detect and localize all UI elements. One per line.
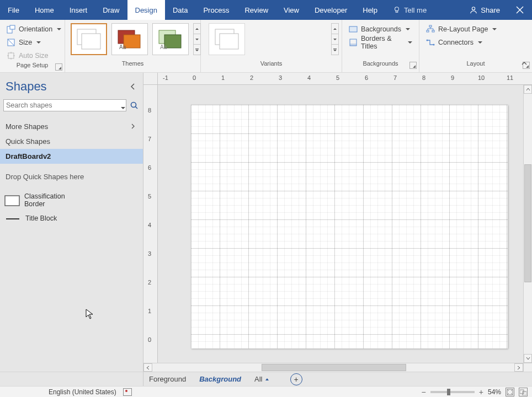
stencil-label: DraftBoardv2 [6,152,51,160]
shape-title-block[interactable]: Title Block [4,213,68,225]
search-dropdown-icon[interactable] [120,101,125,111]
connectors-button[interactable]: Connectors [425,36,498,49]
more-shapes-item[interactable]: More Shapes [0,119,143,134]
caret-down-icon [57,28,61,30]
gallery-expand[interactable] [332,45,338,55]
gallery-scroll-up[interactable] [332,24,338,34]
pagetab-background[interactable]: Background [199,375,241,383]
macro-recording-icon[interactable] [123,388,132,396]
tab-design[interactable]: Design [127,0,165,20]
gallery-expand[interactable] [194,45,200,55]
relayout-icon [426,25,435,34]
theme-thumbnail-2[interactable]: Aa [111,23,148,55]
tab-process[interactable]: Process [195,0,237,20]
shape-classification-border[interactable]: Classification Border [4,193,68,208]
file-tab[interactable]: File [0,0,27,20]
more-shapes-label: More Shapes [6,122,48,131]
svg-rect-12 [124,35,140,48]
collapse-ribbon-icon[interactable] [521,59,528,69]
svg-text:Aa: Aa [119,44,126,50]
vscroll-thumb[interactable] [524,164,531,282]
tab-review[interactable]: Review [237,0,276,20]
zoom-value[interactable]: 54% [488,388,501,396]
lightbulb-icon [393,6,401,14]
autosize-icon [7,51,15,60]
svg-rect-24 [432,30,434,32]
drop-quick-shapes-hint: Drop Quick Shapes here [0,164,143,190]
borders-titles-button[interactable]: Borders & Titles [348,36,413,49]
vscroll-down[interactable] [524,354,532,363]
horizontal-ruler[interactable]: -1 0 1 2 3 4 5 6 7 8 9 10 11 [158,73,532,85]
dialog-launcher-icon[interactable] [55,63,62,71]
borders-titles-icon [349,38,358,47]
svg-point-2 [472,7,475,10]
backgrounds-button[interactable]: Backgrounds [348,23,413,35]
group-label-themes: Themes [122,60,144,67]
size-icon [7,38,15,47]
gallery-scroll-down[interactable] [194,34,200,45]
autosize-button[interactable]: Auto Size [6,50,62,62]
tellme[interactable]: Tell me [385,0,434,20]
pagetab-foreground[interactable]: Foreground [149,375,186,383]
relayout-label: Re-Layout Page [438,25,488,33]
zoom-in-icon[interactable]: + [479,388,483,396]
orientation-label: Orientation [19,25,52,33]
variant-thumbnail-1[interactable] [209,23,245,55]
svg-point-0 [395,7,399,11]
quick-shapes-item[interactable]: Quick Shapes [0,134,143,149]
tab-data[interactable]: Data [165,0,195,20]
collapse-pane-icon[interactable] [129,82,137,91]
share-button[interactable]: Share [462,0,508,20]
fit-to-window-icon[interactable] [506,388,514,396]
vertical-ruler[interactable]: 8 7 6 5 4 3 2 1 0 [143,85,158,372]
hscroll-left[interactable] [143,363,152,372]
svg-line-28 [136,107,138,109]
tellme-label: Tell me [404,6,427,14]
caret-down-icon [36,41,41,44]
zoom-slider[interactable] [430,391,475,393]
svg-point-27 [131,103,136,108]
pagetab-all[interactable]: All [254,375,269,383]
drawing-page[interactable] [191,105,508,348]
stencil-draftboard[interactable]: DraftBoardv2 [0,149,143,164]
svg-rect-6 [10,25,15,29]
hscroll-track[interactable] [152,363,514,372]
close-app-icon[interactable] [508,0,532,20]
zoom-out-icon[interactable]: − [422,388,426,396]
quick-shapes-label: Quick Shapes [6,137,50,146]
hscroll-right[interactable] [514,363,523,372]
search-go-icon[interactable] [129,100,140,111]
switch-windows-icon[interactable] [519,388,528,396]
svg-rect-18 [220,34,238,49]
vscroll-track[interactable] [524,94,532,354]
orientation-button[interactable]: Orientation [6,23,62,35]
svg-rect-15 [164,35,181,48]
zoom-slider-thumb[interactable] [447,389,450,395]
tab-help[interactable]: Help [355,0,385,20]
size-button[interactable]: Size [6,36,62,49]
tab-insert[interactable]: Insert [62,0,95,20]
dialog-launcher-icon[interactable] [409,62,417,69]
caret-down-icon [478,41,482,44]
tab-home[interactable]: Home [27,0,62,20]
drawing-canvas[interactable] [158,85,532,372]
gallery-scroll-down[interactable] [332,34,338,45]
autosize-label: Auto Size [19,52,49,60]
svg-text:Aa: Aa [160,44,167,50]
new-page-button[interactable]: + [290,373,302,385]
tab-developer[interactable]: Developer [307,0,355,20]
relayout-button[interactable]: Re-Layout Page [425,23,498,35]
orientation-icon [7,25,15,34]
status-language[interactable]: English (United States) [49,388,116,396]
theme-thumbnail-3[interactable]: Aa [152,23,189,55]
person-icon [470,6,477,14]
vscroll-up[interactable] [524,85,532,94]
theme-thumbnail-1[interactable] [71,23,107,55]
svg-rect-19 [349,26,357,32]
tab-view[interactable]: View [276,0,307,20]
tab-draw[interactable]: Draw [95,0,127,20]
gallery-scroll-up[interactable] [194,24,200,34]
search-shapes-input[interactable] [3,99,126,111]
hscroll-thumb[interactable] [262,364,406,371]
svg-rect-21 [350,44,357,46]
